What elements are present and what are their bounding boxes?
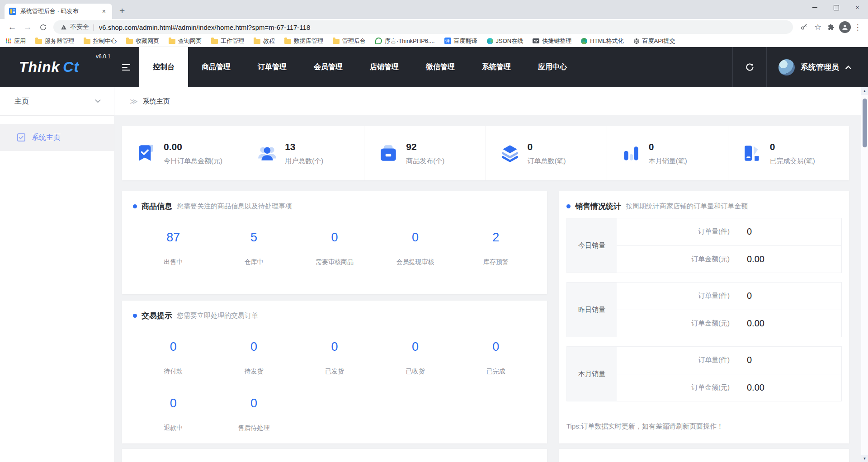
bookmark-translate[interactable]: 译百度翻译 [444,37,477,45]
metric-value[interactable]: 0 [375,340,455,354]
menu-item-shops[interactable]: 店铺管理 [356,47,412,87]
bookmark-folder[interactable]: 收藏网页 [126,37,159,45]
metric-withdraw-review[interactable]: 0会员提现审核 [375,231,455,266]
metric-pending-payment[interactable]: 0待付款 [133,340,213,376]
bookmark-folder[interactable]: 工作管理 [211,37,244,45]
sidebar-group-home[interactable]: 主页 [0,87,114,116]
sidebar-item-system-home[interactable]: 系统主页 [0,124,114,151]
metric-pending-shipment[interactable]: 0待发货 [213,340,294,376]
password-key-button[interactable] [797,20,811,34]
metric-label: 库存预警 [456,258,536,266]
menu-item-appcenter[interactable]: 应用中心 [524,47,580,87]
metric-stock-warning[interactable]: 2库存预警 [456,231,536,266]
bookmark-json[interactable]: JSON在线 [487,37,524,45]
journal-pen-icon [742,143,763,164]
menu-item-console[interactable]: 控制台 [139,47,188,87]
section-header: 交易提示 您需要立即处理的交易订单 [133,311,536,321]
metric-label: 退款中 [133,424,213,432]
browser-tab[interactable]: 系统管理后台 · 码发布 × [5,4,112,19]
stat-card-today-order-amount[interactable]: 0.00 今日订单总金额(元) [122,126,243,180]
metric-value[interactable]: 0 [133,340,213,354]
metric-value[interactable]: 5 [213,231,294,245]
bookmark-folder[interactable]: 数据库管理 [284,37,323,45]
layers-icon [500,143,520,164]
new-tab-button[interactable]: + [119,6,125,15]
refresh-icon [745,62,755,72]
metric-received[interactable]: 0已收货 [375,340,455,376]
window-controls: × [804,0,868,15]
menu-item-orders[interactable]: 订单管理 [244,47,300,87]
metric-completed[interactable]: 0已完成 [456,340,536,376]
bookmark-folder[interactable]: 控制中心 [84,37,117,45]
scroll-down-button[interactable]: ▼ [861,455,868,462]
url-text: v6.shop.com/admin.html#/admin/index/home… [99,24,311,31]
logo-text-primary: Think [19,59,60,75]
forward-button[interactable]: → [20,22,35,32]
app-logo[interactable]: Think Ct v6.0.1 [0,47,113,87]
bookmark-shortcut-keys[interactable]: 快捷键整理 [533,37,571,45]
sales-row-label: 订单金额(元) [617,255,730,264]
scroll-up-button[interactable]: ▲ [861,87,868,95]
metric-value[interactable]: 0 [294,231,375,245]
bookmark-folder[interactable]: 查询网页 [169,37,202,45]
tab-close-icon[interactable]: × [100,8,108,15]
page-scrollbar[interactable]: ▲ ▼ [861,87,868,462]
extensions-button[interactable] [825,20,838,34]
metric-shipped[interactable]: 0已发货 [294,340,375,376]
puzzle-icon [827,23,835,31]
metric-aftersale-pending[interactable]: 0售后待处理 [213,396,294,432]
metric-value[interactable]: 87 [133,231,213,245]
stat-value: 0.00 [164,141,222,152]
stat-card-completed-trades[interactable]: 0 已完成交易(笔) [728,126,849,180]
browser-profile-button[interactable] [838,20,852,34]
sidebar-collapse-button[interactable] [113,47,139,87]
bookmark-star-button[interactable]: ☆ [811,20,825,34]
folder-icon [84,39,90,44]
trade-metrics-row1: 0待付款 0待发货 0已发货 0已收货 0已完成 [133,340,536,376]
window-maximize-button[interactable] [826,0,847,15]
metric-value[interactable]: 0 [456,340,536,354]
page-refresh-button[interactable] [733,47,766,87]
site-favicon-icon [9,8,16,15]
window-minimize-button[interactable] [804,0,826,15]
browser-menu-button[interactable]: ⋮ [852,23,863,32]
metric-value[interactable]: 0 [213,396,294,410]
metric-value[interactable]: 0 [213,340,294,354]
right-column: 销售情况统计 按周期统计商家店铺的订单量和订单金额 今日销量 订单量(件) 0 [559,191,849,462]
stat-card-total-users[interactable]: 13 用户总数(个) [243,126,364,180]
user-menu[interactable]: 系统管理员 [767,47,868,87]
stat-card-goods-published[interactable]: 92 商品发布(个) [364,126,486,180]
metric-value[interactable]: 2 [456,231,536,245]
bookmark-label: 数据库管理 [294,37,323,45]
metric-value[interactable]: 0 [133,396,213,410]
stat-value: 0 [528,141,566,152]
bookmark-label: 收藏网页 [136,37,159,45]
bookmark-folder[interactable]: 管理后台 [333,37,366,45]
back-button[interactable]: ← [5,22,20,32]
window-close-button[interactable]: × [847,0,868,15]
sales-rows: 订单量(件) 0 订单金额(元) 0.00 [617,218,841,273]
metric-value[interactable]: 0 [375,231,455,245]
reload-button[interactable] [35,24,51,31]
menu-item-members[interactable]: 会员管理 [300,47,356,87]
sales-row-value: 0 [747,291,752,301]
menu-item-goods[interactable]: 商品管理 [188,47,244,87]
scrollbar-thumb[interactable] [863,99,867,147]
bookmark-folder[interactable]: 服务器管理 [35,37,74,45]
metric-pending-review[interactable]: 0需要审核商品 [294,231,375,266]
stat-card-total-orders[interactable]: 0 订单总数(笔) [486,126,607,180]
menu-item-wechat[interactable]: 微信管理 [412,47,468,87]
bookmark-html-format[interactable]: HTML格式化 [581,37,623,45]
bookmark-folder[interactable]: 教程 [254,37,275,45]
bookmark-thinkphp[interactable]: 序言·ThinkPHP6.... [375,37,435,45]
metric-in-warehouse[interactable]: 5仓库中 [213,231,294,266]
bookmark-baidu-api[interactable]: 百度API提交 [633,37,675,45]
metric-value[interactable]: 0 [294,340,375,354]
stat-card-month-sales[interactable]: 0 本月销量(笔) [607,126,728,180]
stat-value: 0 [649,141,687,152]
metric-on-sale[interactable]: 87出售中 [133,231,213,266]
metric-refunding[interactable]: 0退款中 [133,396,213,432]
menu-item-system[interactable]: 系统管理 [468,47,524,87]
address-bar[interactable]: 不安全 | v6.shop.com/admin.html#/admin/inde… [53,20,793,34]
bookmark-apps[interactable]: 应用 [5,37,26,45]
